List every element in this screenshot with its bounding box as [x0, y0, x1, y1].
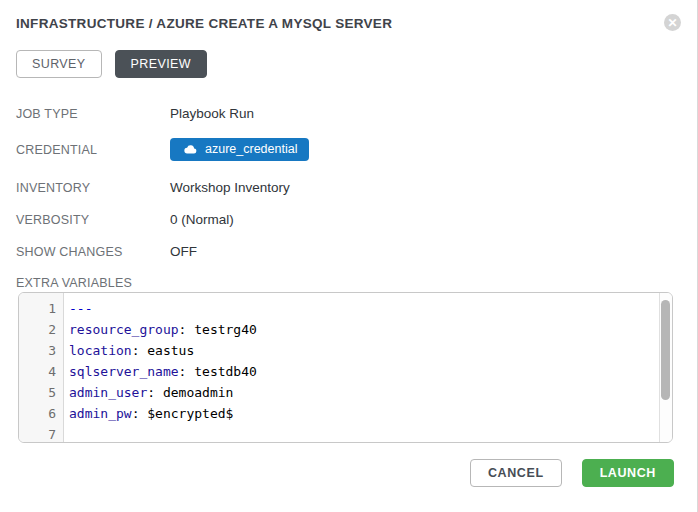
yaml-key: location	[69, 343, 132, 358]
launch-button[interactable]: LAUNCH	[582, 459, 674, 487]
code-line: 3 location: eastus	[19, 340, 658, 361]
show-changes-value: OFF	[170, 244, 197, 259]
extra-variables-editor[interactable]: 1 --- 2 resource_group: testrg40 3 locat…	[18, 292, 673, 443]
line-number: 5	[19, 382, 64, 403]
yaml-key: admin_pw	[69, 406, 132, 421]
inventory-label: INVENTORY	[16, 180, 170, 195]
line-number: 3	[19, 340, 64, 361]
modal-header: INFRASTRUCTURE / AZURE CREATE A MYSQL SE…	[0, 0, 697, 31]
code-line: 2 resource_group: testrg40	[19, 319, 658, 340]
yaml-key: resource_group	[69, 322, 179, 337]
detail-row-job-type: JOB TYPE Playbook Run	[16, 106, 681, 121]
detail-row-credential: CREDENTIAL azure_credential	[16, 137, 681, 161]
credential-label: CREDENTIAL	[16, 142, 170, 157]
show-changes-label: SHOW CHANGES	[16, 244, 170, 259]
tab-survey[interactable]: SURVEY	[16, 50, 102, 78]
detail-row-show-changes: SHOW CHANGES OFF	[16, 244, 681, 259]
yaml-value: testdb40	[194, 364, 257, 379]
cloud-icon	[182, 144, 197, 155]
line-number: 6	[19, 403, 64, 424]
yaml-value: $encrypted$	[147, 406, 233, 421]
yaml-value: demoadmin	[163, 385, 233, 400]
tab-bar: SURVEY PREVIEW	[16, 50, 681, 78]
job-details: JOB TYPE Playbook Run CREDENTIAL azure_c…	[16, 106, 681, 259]
line-number: 4	[19, 361, 64, 382]
verbosity-label: VERBOSITY	[16, 212, 170, 227]
verbosity-value: 0 (Normal)	[170, 212, 234, 227]
code-line: 1 ---	[19, 298, 658, 319]
detail-row-verbosity: VERBOSITY 0 (Normal)	[16, 212, 681, 227]
line-number: 1	[19, 298, 64, 319]
yaml-value: testrg40	[194, 322, 257, 337]
credential-badge-label: azure_credential	[205, 142, 297, 156]
yaml-doc-separator: ---	[69, 301, 92, 316]
yaml-key: admin_user	[69, 385, 147, 400]
close-icon[interactable]: ✕	[664, 14, 681, 31]
job-template-preview-modal: INFRASTRUCTURE / AZURE CREATE A MYSQL SE…	[0, 0, 698, 512]
credential-badge[interactable]: azure_credential	[170, 138, 309, 161]
job-type-label: JOB TYPE	[16, 106, 170, 121]
code-line: 7	[19, 424, 658, 443]
editor-scrollbar-thumb[interactable]	[661, 300, 670, 400]
line-number: 7	[19, 424, 64, 443]
modal-title: INFRASTRUCTURE / AZURE CREATE A MYSQL SE…	[16, 16, 681, 31]
tab-preview[interactable]: PREVIEW	[115, 50, 207, 78]
editor-scrollbar-track	[659, 293, 672, 442]
code-line: 5 admin_user: demoadmin	[19, 382, 658, 403]
code-line: 4 sqlserver_name: testdb40	[19, 361, 658, 382]
extra-variables-label: EXTRA VARIABLES	[16, 276, 681, 290]
job-type-value: Playbook Run	[170, 106, 254, 121]
cancel-button[interactable]: CANCEL	[470, 459, 562, 487]
yaml-value: eastus	[147, 343, 194, 358]
yaml-key: sqlserver_name	[69, 364, 179, 379]
line-number: 2	[19, 319, 64, 340]
detail-row-inventory: INVENTORY Workshop Inventory	[16, 180, 681, 195]
inventory-value: Workshop Inventory	[170, 180, 290, 195]
editor-code: 1 --- 2 resource_group: testrg40 3 locat…	[19, 298, 658, 443]
modal-footer: CANCEL LAUNCH	[16, 459, 674, 487]
code-line: 6 admin_pw: $encrypted$	[19, 403, 658, 424]
